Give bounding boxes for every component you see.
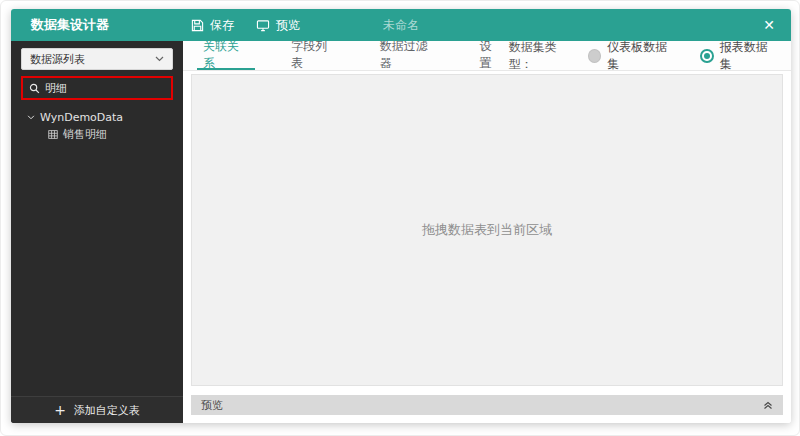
tab-relations[interactable]: 关联关系 [197,41,255,70]
radio-dashboard-dataset[interactable]: 仪表板数据集 [588,39,676,73]
tree-node-wyndemodata[interactable]: WynDemoData [11,109,183,126]
add-custom-table-label: 添加自定义表 [74,403,140,418]
tab-settings[interactable]: 设置 [474,41,509,70]
search-input[interactable] [45,82,165,95]
radio-unselected-icon [588,49,601,63]
tab-bar: 关联关系 字段列表 数据过滤器 设置 数据集类型： 仪表板数据集 报表数据集 [183,41,791,71]
dialog-header: 数据集设计器 保存 [11,9,791,41]
radio-dashboard-label: 仪表板数据集 [607,39,676,73]
data-source-select-value: 数据源列表 [30,52,155,67]
sidebar: 数据源列表 [11,41,183,423]
data-source-tree: WynDemoData 销售明细 [11,109,183,143]
save-icon [191,19,204,32]
tree-node-table[interactable]: 销售明细 [11,126,183,143]
tab-data-filter[interactable]: 数据过滤器 [374,41,444,70]
chevron-down-icon [155,56,164,62]
tree-root-label: WynDemoData [40,111,123,124]
radio-report-dataset[interactable]: 报表数据集 [700,39,777,73]
app-title: 数据集设计器 [11,16,183,34]
tree-expander-icon[interactable] [27,115,35,120]
tab-field-list[interactable]: 字段列表 [285,41,343,70]
plus-icon: + [54,403,66,417]
dialog-body: 数据源列表 [11,41,791,423]
add-custom-table-button[interactable]: + 添加自定义表 [11,396,183,423]
preview-button-label: 预览 [276,17,300,34]
table-drop-zone[interactable]: 拖拽数据表到当前区域 [191,74,783,386]
preview-panel-bar[interactable]: 预览 [191,395,783,415]
preview-button[interactable]: 预览 [256,17,300,34]
radio-report-label: 报表数据集 [720,39,777,73]
double-chevron-up-icon [763,400,773,410]
tree-child-label: 销售明细 [63,127,107,142]
search-icon [29,83,40,94]
table-search-box[interactable] [21,76,173,100]
dataset-designer-dialog: 数据集设计器 保存 [11,9,791,423]
main-content: 关联关系 字段列表 数据过滤器 设置 数据集类型： 仪表板数据集 报表数据集 [183,41,791,423]
preview-panel-label: 预览 [201,398,223,413]
monitor-icon [256,19,270,32]
table-grid-icon [48,130,58,139]
expand-panel-button[interactable] [763,400,773,410]
save-button-label: 保存 [210,17,234,34]
data-source-select[interactable]: 数据源列表 [21,48,173,70]
drop-zone-hint: 拖拽数据表到当前区域 [422,221,552,239]
close-icon[interactable]: ✕ [763,9,775,41]
save-button[interactable]: 保存 [191,17,234,34]
dataset-type-group: 数据集类型： 仪表板数据集 报表数据集 [509,41,791,70]
radio-selected-icon [700,49,714,63]
dataset-type-label: 数据集类型： [509,39,578,73]
header-actions: 保存 预览 [183,17,300,34]
